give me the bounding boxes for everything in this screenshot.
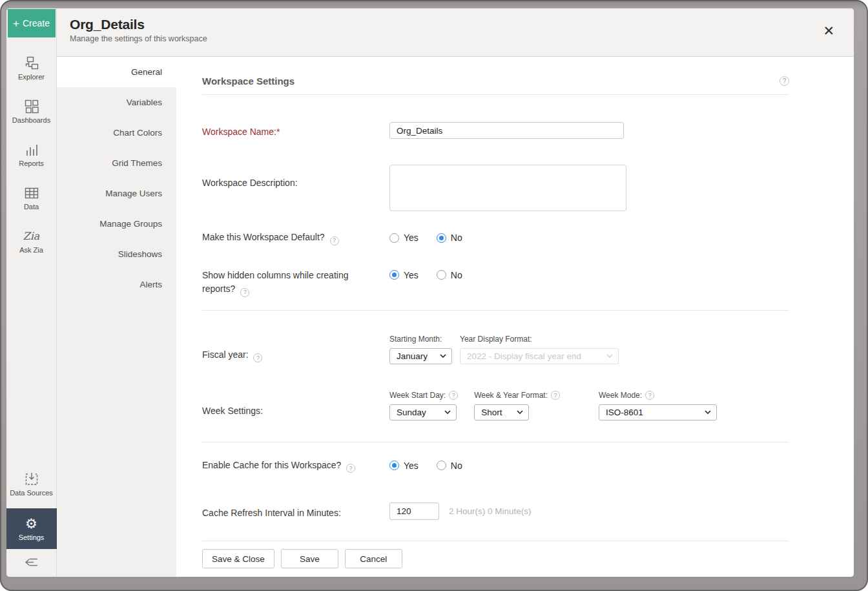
week-mode-select[interactable]: ISO-8601 [599, 404, 717, 420]
data-table-icon [6, 184, 56, 201]
panel-heading: Workspace Settings [202, 76, 294, 87]
sidebar-item-label: Dashboards [6, 116, 56, 124]
app-window: + Create Explorer [6, 8, 854, 577]
tab-alerts[interactable]: Alerts [57, 269, 176, 300]
cache-interval-input[interactable] [389, 503, 439, 520]
tab-manage-users[interactable]: Manage Users [57, 178, 176, 209]
week-settings-label: Week Settings: [202, 391, 389, 420]
page-subtitle: Manage the settings of this workspace [70, 34, 854, 43]
tab-slideshows[interactable]: Slideshows [57, 239, 176, 269]
hidden-columns-yes-radio[interactable] [389, 270, 399, 280]
make-default-yes-radio[interactable] [389, 233, 399, 243]
chevron-down-icon [444, 410, 451, 414]
tab-general[interactable]: General [57, 57, 176, 87]
chevron-down-icon [606, 354, 613, 358]
tab-variables[interactable]: Variables [57, 87, 176, 118]
radio-option-label[interactable]: Yes [404, 270, 418, 280]
cache-interval-row: Cache Refresh Interval in Minutes: 2 Hou… [202, 503, 789, 520]
radio-option-label[interactable]: Yes [404, 461, 418, 471]
week-start-day-label: Week Start Day: ? [389, 391, 458, 400]
sidebar-item-data[interactable]: Data [6, 184, 56, 211]
help-icon[interactable]: ? [449, 391, 458, 400]
app-sidebar: + Create Explorer [6, 8, 57, 577]
page-header: Org_Details Manage the settings of this … [57, 8, 854, 57]
starting-month-select[interactable]: January [389, 348, 452, 364]
radio-option-label[interactable]: Yes [404, 233, 418, 243]
week-year-format-label: Week & Year Format: ? [474, 391, 560, 400]
help-icon[interactable]: ? [551, 391, 560, 400]
settings-body: General Variables Chart Colors Grid Them… [57, 57, 854, 577]
sidebar-item-explorer[interactable]: Explorer [6, 54, 56, 81]
sidebar-item-label: Data Sources [6, 489, 56, 497]
make-default-label: Make this Workspace Default? ? [202, 231, 389, 245]
divider [202, 310, 789, 311]
week-settings-row: Week Settings: Week Start Day: ? Sunday [202, 391, 789, 420]
make-default-row: Make this Workspace Default? ? Yes No [202, 231, 789, 245]
main-column: Org_Details Manage the settings of this … [57, 8, 854, 577]
close-icon[interactable]: ✕ [823, 24, 834, 37]
settings-gear-icon: ⚙ [6, 515, 57, 532]
divider [202, 442, 789, 442]
workspace-name-label: Workspace Name:* [202, 122, 389, 139]
save-button[interactable]: Save [281, 549, 338, 568]
workspace-settings-panel: Workspace Settings ? Workspace Name:* Wo… [176, 57, 854, 577]
page-title: Org_Details [70, 17, 854, 32]
year-display-format-label: Year Display Format: [460, 335, 619, 344]
help-icon[interactable]: ? [346, 464, 355, 473]
save-and-close-button[interactable]: Save & Close [202, 549, 274, 568]
week-year-format-select[interactable]: Short [474, 404, 529, 420]
cache-interval-label: Cache Refresh Interval in Minutes: [202, 503, 389, 520]
workspace-description-textarea[interactable] [389, 165, 626, 211]
week-mode-label: Week Mode: ? [599, 391, 717, 400]
ask-zia-icon: Zia [6, 227, 56, 244]
tab-chart-colors[interactable]: Chart Colors [57, 118, 176, 148]
enable-cache-yes-radio[interactable] [389, 461, 399, 470]
help-icon[interactable]: ? [780, 76, 789, 86]
hidden-columns-no-radio[interactable] [437, 270, 446, 280]
help-icon[interactable]: ? [240, 288, 249, 297]
chevron-down-icon [440, 354, 446, 358]
fiscal-year-row: Fiscal year: ? Starting Month: January [202, 335, 789, 364]
sidebar-item-label: Settings [6, 534, 57, 541]
divider [202, 541, 789, 541]
hidden-columns-label: Show hidden columns while creating repor… [202, 269, 389, 297]
radio-option-label[interactable]: No [451, 270, 462, 280]
sidebar-item-label: Data [6, 203, 56, 211]
explorer-icon [6, 54, 56, 71]
make-default-no-radio[interactable] [437, 233, 446, 243]
create-button[interactable]: + Create [8, 9, 56, 37]
window-frame: + Create Explorer [0, 0, 868, 591]
cancel-button[interactable]: Cancel [345, 549, 402, 568]
dashboards-icon [6, 98, 56, 114]
starting-month-label: Starting Month: [389, 335, 452, 344]
tab-manage-groups[interactable]: Manage Groups [57, 209, 176, 239]
workspace-name-input[interactable] [389, 122, 624, 139]
workspace-description-label: Workspace Description: [202, 165, 389, 211]
enable-cache-row: Enable Cache for this Workspace? ? Yes N… [202, 459, 789, 473]
sidebar-item-settings[interactable]: ⚙ Settings [6, 508, 57, 549]
year-display-format-select: 2022 - Display fiscal year end [460, 348, 619, 364]
help-icon[interactable]: ? [253, 353, 262, 362]
radio-option-label[interactable]: No [451, 461, 462, 471]
sidebar-bottom-group: Data Sources ⚙ Settings [6, 470, 56, 577]
reports-icon [6, 141, 56, 158]
workspace-name-row: Workspace Name:* [202, 122, 789, 139]
week-start-day-select[interactable]: Sunday [389, 404, 457, 420]
help-icon[interactable]: ? [330, 236, 339, 245]
enable-cache-no-radio[interactable] [437, 461, 446, 470]
cache-interval-hint: 2 Hour(s) 0 Minute(s) [449, 506, 532, 516]
fiscal-year-label: Fiscal year: ? [202, 335, 389, 364]
divider [202, 94, 789, 95]
collapse-sidebar-icon[interactable] [24, 557, 39, 568]
action-buttons: Save & Close Save Cancel [202, 549, 789, 568]
hidden-columns-row: Show hidden columns while creating repor… [202, 269, 789, 297]
tab-grid-themes[interactable]: Grid Themes [57, 148, 176, 178]
help-icon[interactable]: ? [645, 391, 654, 400]
radio-option-label[interactable]: No [451, 233, 462, 243]
sidebar-item-data-sources[interactable]: Data Sources [6, 470, 56, 497]
sidebar-item-label: Reports [6, 160, 56, 167]
sidebar-item-reports[interactable]: Reports [6, 141, 56, 167]
sidebar-item-label: Explorer [6, 73, 56, 81]
sidebar-item-dashboards[interactable]: Dashboards [6, 98, 56, 124]
sidebar-item-ask-zia[interactable]: Zia Ask Zia [6, 227, 56, 254]
